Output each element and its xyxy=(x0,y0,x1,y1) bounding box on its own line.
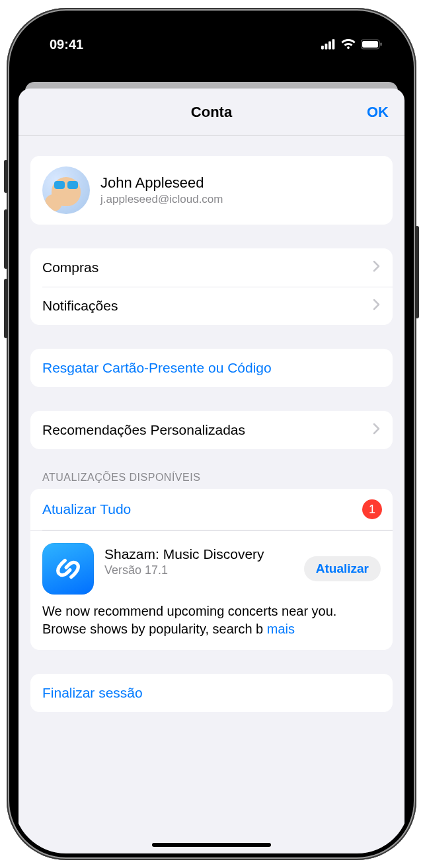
svg-rect-6 xyxy=(381,43,382,46)
personalized-row[interactable]: Recomendações Personalizadas xyxy=(30,411,393,449)
page-title: Conta xyxy=(191,104,232,121)
svg-rect-1 xyxy=(325,44,328,50)
ok-button[interactable]: OK xyxy=(367,104,389,121)
notifications-row[interactable]: Notificações xyxy=(30,287,393,325)
updates-section-header: ATUALIZAÇÕES DISPONÍVEIS xyxy=(42,472,381,484)
svg-rect-3 xyxy=(332,39,335,49)
menu-card-1: Compras Notificações xyxy=(30,248,393,325)
power-button xyxy=(415,226,419,318)
sheet-header: Conta OK xyxy=(19,89,404,136)
cellular-signal-icon xyxy=(321,39,336,50)
svg-rect-5 xyxy=(362,41,378,48)
app-release-notes[interactable]: We now recommend upcoming concerts near … xyxy=(30,598,393,650)
svg-rect-2 xyxy=(328,42,331,50)
volume-up-button xyxy=(4,209,8,269)
redeem-label: Resgatar Cartão-Presente ou Código xyxy=(42,360,381,376)
account-sheet: Conta OK John Appleseed j.appleseed@iclo… xyxy=(19,89,404,853)
personalized-label: Recomendações Personalizadas xyxy=(42,422,373,438)
purchases-label: Compras xyxy=(42,260,373,275)
profile-name: John Appleseed xyxy=(100,174,223,192)
app-version: Versão 17.1 xyxy=(104,563,293,577)
app-name: Shazam: Music Discovery xyxy=(104,546,293,562)
redeem-row[interactable]: Resgatar Cartão-Presente ou Código xyxy=(30,349,393,387)
svg-rect-0 xyxy=(321,46,324,50)
update-all-row[interactable]: Atualizar Tudo 1 xyxy=(30,489,393,530)
personalized-card: Recomendações Personalizadas xyxy=(30,411,393,449)
redeem-card: Resgatar Cartão-Presente ou Código xyxy=(30,349,393,387)
notifications-label: Notificações xyxy=(42,298,373,314)
app-update-row[interactable]: Shazam: Music Discovery Versão 17.1 Atua… xyxy=(30,530,393,598)
avatar xyxy=(42,166,90,214)
battery-icon xyxy=(361,39,382,50)
side-button xyxy=(4,160,8,193)
wifi-icon xyxy=(341,39,356,50)
purchases-row[interactable]: Compras xyxy=(30,248,393,287)
updates-badge: 1 xyxy=(362,499,382,519)
volume-down-button xyxy=(4,279,8,338)
chevron-right-icon xyxy=(373,299,381,314)
dynamic-island xyxy=(155,26,268,54)
home-indicator[interactable] xyxy=(152,843,271,847)
profile-card[interactable]: John Appleseed j.appleseed@icloud.com xyxy=(30,156,393,225)
status-time: 09:41 xyxy=(50,37,83,52)
chevron-right-icon xyxy=(373,260,381,275)
update-all-label: Atualizar Tudo xyxy=(42,501,362,517)
signout-label: Finalizar sessão xyxy=(42,685,381,701)
chevron-right-icon xyxy=(373,423,381,438)
signout-row[interactable]: Finalizar sessão xyxy=(30,674,393,712)
phone-frame: 09:41 Conta OK xyxy=(7,8,416,860)
more-link[interactable]: mais xyxy=(263,622,295,636)
profile-email: j.appleseed@icloud.com xyxy=(100,193,223,206)
phone-screen: 09:41 Conta OK xyxy=(13,15,410,853)
update-button[interactable]: Atualizar xyxy=(304,556,381,581)
shazam-app-icon xyxy=(42,543,94,595)
sheet-content[interactable]: John Appleseed j.appleseed@icloud.com Co… xyxy=(19,136,404,853)
updates-card: Atualizar Tudo 1 Shazam: Music Discov xyxy=(30,489,393,650)
signout-card: Finalizar sessão xyxy=(30,674,393,712)
